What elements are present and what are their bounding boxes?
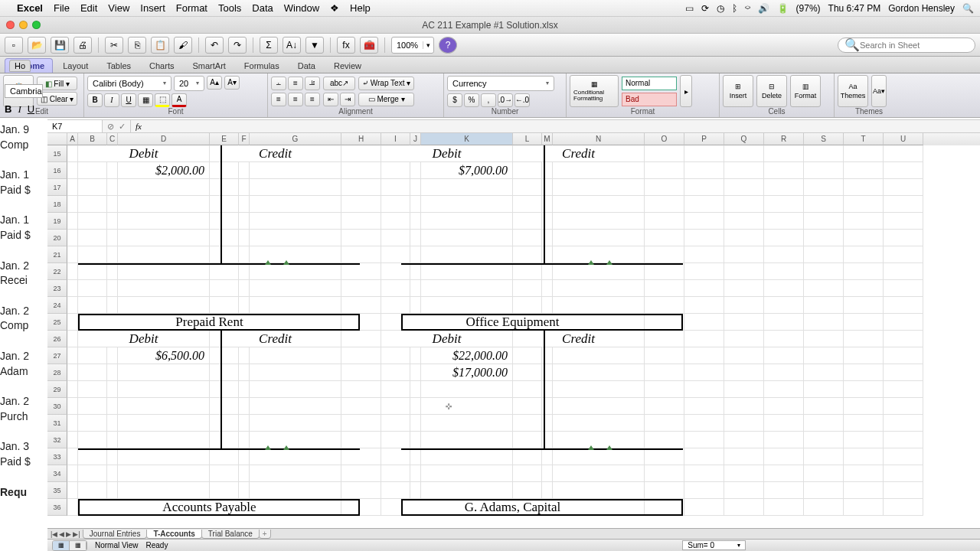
cell-K17[interactable] (421, 179, 513, 196)
cell-B36[interactable]: Accounts Payable (78, 499, 341, 516)
cell-N31[interactable] (553, 415, 645, 432)
cell-Q31[interactable] (724, 415, 764, 432)
cell-O19[interactable] (645, 213, 684, 230)
cell-O27[interactable] (645, 347, 684, 364)
font-name-select[interactable]: Calibri (Body)▾ (87, 76, 172, 91)
cell-Q34[interactable] (724, 465, 764, 482)
cell-O16[interactable] (645, 162, 684, 179)
cell-B31[interactable] (78, 415, 107, 432)
col-I[interactable]: I (381, 133, 410, 145)
cell-C19[interactable] (107, 213, 118, 230)
shrink-font-icon[interactable]: A▾ (224, 76, 240, 90)
cell-L18[interactable] (513, 196, 542, 213)
cell-F17[interactable] (239, 179, 250, 196)
col-D[interactable]: D (118, 133, 210, 145)
cell-M27[interactable] (542, 347, 553, 364)
cell-Q32[interactable] (724, 432, 764, 448)
cell-G34[interactable] (250, 465, 341, 482)
cell-S31[interactable] (804, 415, 844, 432)
cell-M19[interactable] (542, 213, 553, 230)
clear-button[interactable]: ◫ Clear ▾ (37, 92, 77, 106)
sync-icon[interactable]: ⟳ (701, 3, 709, 14)
cell-K30[interactable] (421, 398, 513, 415)
cell-H25[interactable] (341, 314, 381, 331)
theme-variants-button[interactable]: Aa▾ (871, 75, 887, 107)
cell-I16[interactable] (381, 162, 410, 179)
cell-A28[interactable] (67, 364, 78, 381)
cell-N18[interactable] (553, 196, 645, 213)
row-header[interactable]: 30 (47, 398, 67, 415)
cell-M23[interactable] (542, 280, 553, 297)
align-left-icon[interactable]: ≡ (271, 93, 286, 106)
cell-F33[interactable] (239, 448, 250, 465)
cell-D16[interactable]: $2,000.00 (118, 162, 210, 179)
tab-smartart[interactable]: SmartArt (184, 58, 234, 73)
first-sheet-icon[interactable]: |◀ (51, 530, 57, 538)
cell-P36[interactable] (684, 499, 724, 516)
cell-Q15[interactable] (724, 145, 764, 162)
cell-A21[interactable] (67, 246, 78, 263)
cell-U26[interactable] (884, 331, 923, 347)
cell-F35[interactable] (239, 482, 250, 499)
normal-view-icon[interactable]: ▦ (53, 541, 70, 550)
search-input[interactable] (860, 41, 967, 50)
row-header[interactable]: 28 (47, 364, 67, 381)
cell-O29[interactable] (645, 381, 684, 398)
cell-S36[interactable] (804, 499, 844, 516)
col-E[interactable]: E (210, 133, 239, 145)
cell-F18[interactable] (239, 196, 250, 213)
cell-B29[interactable] (78, 381, 107, 398)
cell-F16[interactable] (239, 162, 250, 179)
cell-L20[interactable] (513, 230, 542, 246)
cell-D30[interactable] (118, 398, 210, 415)
cell-N23[interactable] (553, 280, 645, 297)
cell-M28[interactable] (542, 364, 553, 381)
cell-S25[interactable] (804, 314, 844, 331)
cell-N32[interactable] (553, 432, 645, 448)
row-header[interactable]: 23 (47, 280, 67, 297)
cell-G33[interactable] (250, 448, 341, 465)
cell-K16[interactable]: $7,000.00 (421, 162, 513, 179)
cell-S15[interactable] (804, 145, 844, 162)
cell-L17[interactable] (513, 179, 542, 196)
cell-C20[interactable] (107, 230, 118, 246)
cell-K34[interactable] (421, 465, 513, 482)
column-headers[interactable]: A B C D E F G H I J K L M N O P Q R S T … (47, 133, 980, 145)
col-M[interactable]: M (542, 133, 553, 145)
cell-C35[interactable] (107, 482, 118, 499)
cell-R33[interactable] (764, 448, 804, 465)
cell-O33[interactable] (645, 448, 684, 465)
merge-button[interactable]: ▭ Merge ▾ (358, 93, 414, 106)
cell-C27[interactable] (107, 347, 118, 364)
cell-I35[interactable] (381, 482, 410, 499)
cell-B28[interactable] (78, 364, 107, 381)
cell-B16[interactable] (78, 162, 107, 179)
cell-C28[interactable] (107, 364, 118, 381)
cell-G23[interactable] (250, 280, 341, 297)
cell-R34[interactable] (764, 465, 804, 482)
col-A[interactable]: A (67, 133, 78, 145)
row-header[interactable]: 17 (47, 179, 67, 196)
volume-icon[interactable]: 🔊 (758, 3, 769, 14)
cell-K20[interactable] (421, 230, 513, 246)
cell-Q26[interactable] (724, 331, 764, 347)
cell-O17[interactable] (645, 179, 684, 196)
cell-I31[interactable] (381, 415, 410, 432)
cell-Q18[interactable] (724, 196, 764, 213)
font-size-select[interactable]: 20▾ (174, 76, 204, 91)
cell-K23[interactable] (421, 280, 513, 297)
cell-L16[interactable] (513, 162, 542, 179)
cell-R35[interactable] (764, 482, 804, 499)
cell-H26[interactable] (341, 331, 381, 347)
cell-J28[interactable] (410, 364, 421, 381)
row-header[interactable]: 18 (47, 196, 67, 213)
cell-O28[interactable] (645, 364, 684, 381)
currency-icon[interactable]: $ (447, 93, 462, 107)
cell-P18[interactable] (684, 196, 724, 213)
cell-G29[interactable] (250, 381, 341, 398)
cell-J16[interactable] (410, 162, 421, 179)
cell-R30[interactable] (764, 398, 804, 415)
cell-O26[interactable] (645, 331, 684, 347)
cell-A29[interactable] (67, 381, 78, 398)
cell-S27[interactable] (804, 347, 844, 364)
